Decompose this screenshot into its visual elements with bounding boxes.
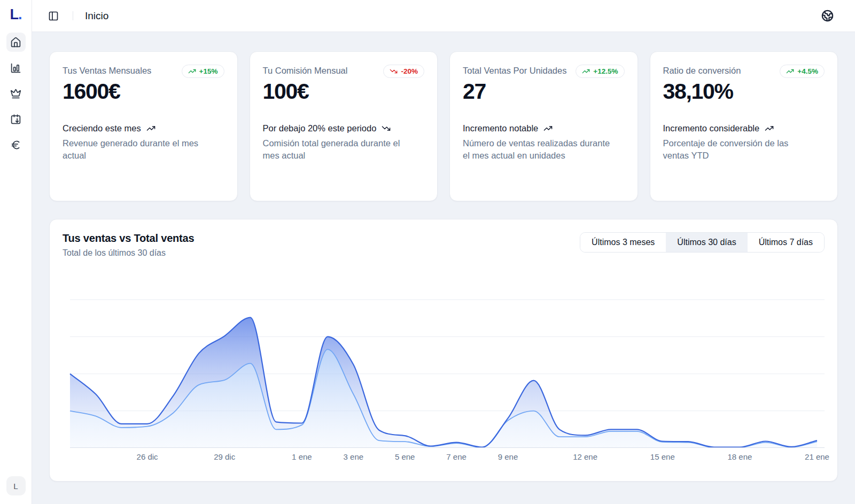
crown-icon: [10, 88, 21, 99]
x-axis-label: 21 ene: [805, 452, 829, 461]
chart-title-block: Tus ventas vs Total ventas Total de los …: [63, 232, 194, 258]
x-axis-label: 18 ene: [727, 452, 752, 461]
stat-card-trend-line: Incremento notable: [463, 123, 625, 133]
x-axis-label: 7 ene: [446, 452, 467, 461]
app-logo[interactable]: L.: [10, 6, 21, 23]
trend-up-icon: [786, 67, 794, 75]
topbar: Inicio: [32, 0, 855, 32]
chart-area: 26 dic29 dic1 ene3 ene5 ene7 ene9 ene12 …: [63, 288, 825, 467]
sidebar-item-home[interactable]: [6, 33, 26, 52]
stat-card-value: 1600€: [63, 79, 224, 104]
stat-card-value: 38,10%: [663, 79, 825, 104]
stat-card-value: 100€: [263, 79, 425, 104]
globe-icon: [821, 10, 834, 22]
trend-badge-label: +15%: [199, 67, 218, 75]
sales-area-chart: [63, 288, 825, 448]
stat-card-description: Porcentaje de conversión de las ventas Y…: [663, 137, 815, 162]
stat-card-trend-text: Por debajo 20% este periodo: [263, 123, 377, 133]
trend-up-icon: [188, 67, 196, 75]
stat-card-trend-text: Creciendo este mes: [63, 123, 141, 133]
chart-column-icon: [10, 62, 21, 74]
app-root: L. L Inicio Tus Ventas Mensuales +15% 16…: [0, 0, 855, 504]
main-content: Tus Ventas Mensuales +15% 1600€ Creciend…: [32, 32, 855, 504]
stat-card: Total Ventas Por Unidades +12.5% 27 Incr…: [449, 51, 638, 201]
page-title: Inicio: [85, 10, 108, 22]
user-avatar[interactable]: L: [6, 476, 26, 495]
chart-subtitle: Total de los últimos 30 días: [63, 248, 194, 258]
sidebar: L. L: [0, 0, 32, 504]
trend-up-icon: [765, 124, 774, 133]
stat-card-top: Ratio de conversión +4.5%: [663, 65, 825, 78]
trend-badge-label: +12.5%: [593, 67, 618, 75]
panel-left-icon: [48, 11, 59, 21]
stat-card-trend-line: Por debajo 20% este periodo: [263, 123, 425, 133]
x-axis-label: 15 ene: [650, 452, 675, 461]
trend-badge: +4.5%: [780, 65, 825, 78]
calendar-arrow-down-icon: [10, 114, 21, 125]
trend-down-icon: [390, 67, 398, 75]
stat-card-top: Tus Ventas Mensuales +15%: [63, 65, 224, 78]
trend-badge: -20%: [383, 65, 424, 78]
stat-card-title: Tu Comisión Mensual: [263, 65, 348, 76]
sidebar-item-calendar-arrow-down[interactable]: [6, 109, 26, 129]
trend-up-icon: [582, 67, 590, 75]
stat-card-top: Tu Comisión Mensual -20%: [263, 65, 425, 78]
stat-card-description: Número de ventas realizadas durante el m…: [463, 137, 615, 162]
logo-letter: L: [10, 6, 18, 22]
stat-card-title: Total Ventas Por Unidades: [463, 65, 566, 76]
range-tabs: Últimos 3 mesesÚltimos 30 díasÚltimos 7 …: [580, 232, 825, 253]
home-icon: [10, 37, 21, 48]
chart-header: Tus ventas vs Total ventas Total de los …: [63, 232, 825, 258]
trend-badge-label: -20%: [401, 67, 418, 75]
tab-últimos-7-días[interactable]: Últimos 7 días: [748, 233, 824, 252]
logo-dot: .: [18, 6, 22, 22]
trend-up-icon: [543, 124, 553, 133]
stat-card-trend-text: Incremento notable: [463, 123, 538, 133]
stat-card-title: Tus Ventas Mensuales: [63, 65, 151, 76]
trend-up-icon: [146, 124, 156, 133]
stat-card-description: Revenue generado durante el mes actual: [63, 137, 215, 162]
sidebar-item-chart-column[interactable]: [6, 58, 26, 77]
divider: [73, 11, 73, 20]
stat-card: Tus Ventas Mensuales +15% 1600€ Creciend…: [49, 51, 238, 201]
tab-últimos-30-días[interactable]: Últimos 30 días: [666, 233, 747, 252]
x-axis-label: 26 dic: [137, 452, 158, 461]
trend-down-icon: [382, 124, 391, 133]
stat-card-value: 27: [463, 79, 625, 104]
x-axis-label: 3 ene: [344, 452, 364, 461]
stat-cards-row: Tus Ventas Mensuales +15% 1600€ Creciend…: [49, 51, 838, 201]
stat-card-description: Comisión total generada durante el mes a…: [263, 137, 415, 162]
stat-card-trend-line: Incremento considerable: [663, 123, 825, 133]
x-axis-label: 9 ene: [498, 452, 518, 461]
sidebar-toggle-button[interactable]: [46, 9, 61, 23]
sidebar-item-crown[interactable]: [6, 84, 26, 103]
chart-card: Tus ventas vs Total ventas Total de los …: [49, 219, 838, 482]
language-globe-button[interactable]: [819, 7, 836, 24]
stat-card-title: Ratio de conversión: [663, 65, 741, 76]
x-axis-label: 1 ene: [292, 452, 312, 461]
trend-badge: +15%: [182, 65, 224, 78]
stat-card-trend-line: Creciendo este mes: [63, 123, 224, 133]
x-axis-label: 29 dic: [214, 452, 235, 461]
trend-badge-label: +4.5%: [797, 67, 818, 75]
stat-card-top: Total Ventas Por Unidades +12.5%: [463, 65, 625, 78]
x-axis-label: 5 ene: [395, 452, 415, 461]
stat-card: Tu Comisión Mensual -20% 100€ Por debajo…: [250, 51, 438, 201]
chart-title: Tus ventas vs Total ventas: [63, 232, 194, 245]
stat-card-trend-text: Incremento considerable: [663, 123, 760, 133]
sidebar-nav: [6, 33, 26, 154]
euro-icon: [10, 139, 21, 151]
sidebar-item-euro[interactable]: [6, 135, 26, 154]
stat-card: Ratio de conversión +4.5% 38,10% Increme…: [650, 51, 838, 201]
x-axis-label: 12 ene: [573, 452, 597, 461]
trend-badge: +12.5%: [576, 65, 624, 78]
tab-últimos-3-meses[interactable]: Últimos 3 meses: [580, 233, 666, 252]
